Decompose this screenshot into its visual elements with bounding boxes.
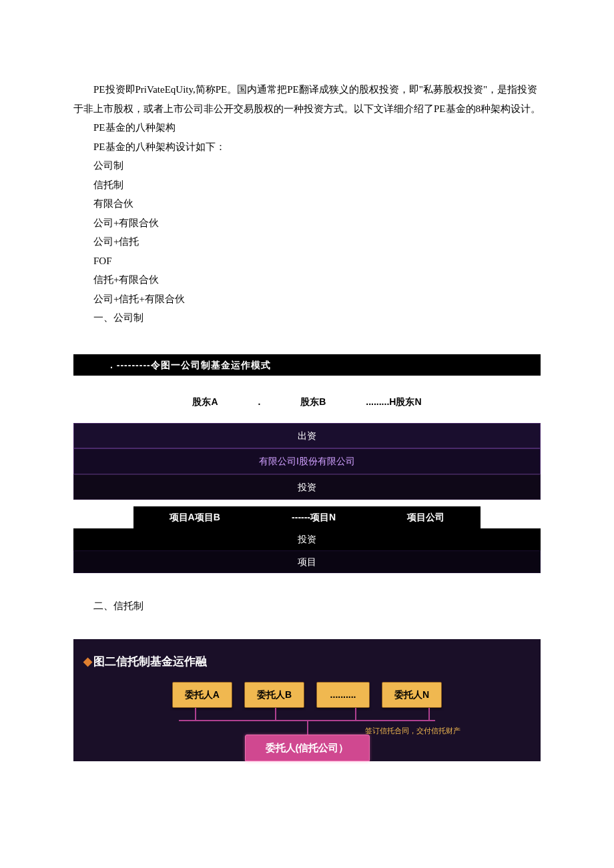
trustor-b-box: 委托人B [244,682,304,708]
shareholder-b: 股东B [300,396,326,407]
diagram2-note: 签订信托合同，交付信托财产 [365,724,460,738]
diagram1-projects-row: 项目A项目B ------项目N 项目公司 [73,506,541,528]
diagram2-title: ◆图二信托制基金运作融 [73,651,541,682]
diagram1-proj-spacer-left [73,506,133,528]
intro-paragraph: PE投资即PriVateEqUity,简称PE。国内通常把PE翻译成狭义的股权投… [73,80,541,118]
diagram1-project-bar: 项目 [73,550,541,574]
connector-line [275,708,276,720]
diagram1-title-bar: . ---------令图一公司制基金运作模式 [73,354,541,376]
heading-architectures-sub: PE基金的八种架构设计如下： [73,137,541,157]
diagram1-projects-bar: 项目A项目B ------项目N 项目公司 [133,506,481,528]
diagram2-connector: 签订信托合同，交付信托财产 [147,708,467,735]
shareholder-n: .........H股东N [366,396,421,407]
connector-line [428,708,430,720]
diagram1-shareholders-row: 股东A . 股东B .........H股东N [73,376,541,423]
shareholder-a: 股东A [192,396,218,407]
struct-item-2: 信托制 [73,175,541,195]
diagram2-trustors-row: 委托人A 委托人B .......... 委托人N [73,682,541,708]
section-2-heading: 二、信托制 [73,596,541,616]
struct-item-1: 公司制 [73,156,541,175]
document-page: PE投资即PriVateEqUity,简称PE。国内通常把PE翻译成狭义的股权投… [0,0,614,801]
struct-item-3: 有限合伙 [73,194,541,213]
diagram1-company-bar: 有限公司I股份有限公司 [73,448,541,474]
project-ab: 项目A项目B [170,508,220,526]
diagram1-proj-spacer-right [481,506,541,528]
diagram-trust-model: ◆图二信托制基金运作融 委托人A 委托人B .......... 委托人N 签订… [73,639,541,761]
diagram1-invest-bar-2: 投资 [73,528,541,550]
diagram1-invest-bar-1: 投资 [73,474,541,500]
struct-item-6: FOF [73,252,541,271]
connector-line [355,708,356,720]
heading-architectures: PE基金的八种架构 [73,118,541,137]
diagram2-title-text: 图二信托制基金运作融 [93,655,207,668]
diagram2-trustee-wrap: 委托人(信托公司） [73,735,541,762]
struct-item-5: 公司+信托 [73,232,541,252]
project-company: 项目公司 [407,508,444,526]
struct-item-4: 公司+有限合伙 [73,213,541,233]
struct-item-7: 信托+有限合伙 [73,270,541,290]
connector-line [307,720,308,735]
diamond-icon: ◆ [83,655,92,668]
diagram-company-model: . ---------令图一公司制基金运作模式 股东A . 股东B ......… [73,354,541,574]
trustor-n-box: 委托人N [382,682,442,708]
connector-line [195,708,196,720]
section-1-heading: 一、公司制 [73,308,541,328]
trustor-dots-box: .......... [316,682,370,708]
trustee-box: 委托人(信托公司） [245,735,370,762]
diagram1-contribution-bar: 出资 [73,423,541,449]
shareholder-dot: . [258,396,260,407]
struct-item-8: 公司+信托+有限合伙 [73,290,541,309]
project-n: ------项目N [292,508,336,526]
trustor-a-box: 委托人A [172,682,232,708]
